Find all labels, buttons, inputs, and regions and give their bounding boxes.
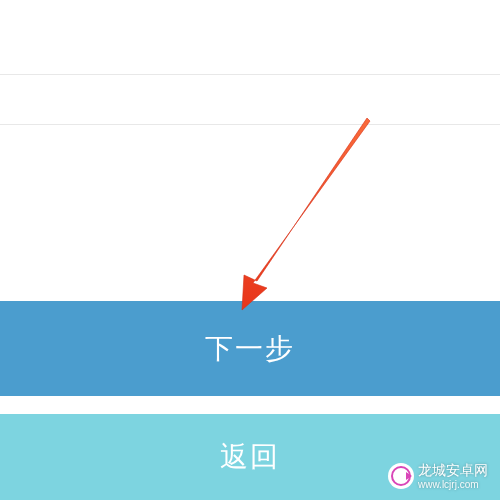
next-button[interactable]: 下一步 xyxy=(0,301,500,396)
watermark: 龙城安卓网 www.lcjrj.com xyxy=(388,462,488,490)
back-button-label: 返回 xyxy=(220,438,280,476)
watermark-text: 龙城安卓网 www.lcjrj.com xyxy=(418,462,488,490)
watermark-url: www.lcjrj.com xyxy=(418,479,488,491)
top-panel xyxy=(0,0,500,75)
watermark-name: 龙城安卓网 xyxy=(418,462,488,478)
list-row xyxy=(0,75,500,125)
watermark-logo-icon xyxy=(388,463,414,489)
next-button-label: 下一步 xyxy=(205,330,295,368)
content-spacer xyxy=(0,125,500,301)
button-gap xyxy=(0,396,500,414)
